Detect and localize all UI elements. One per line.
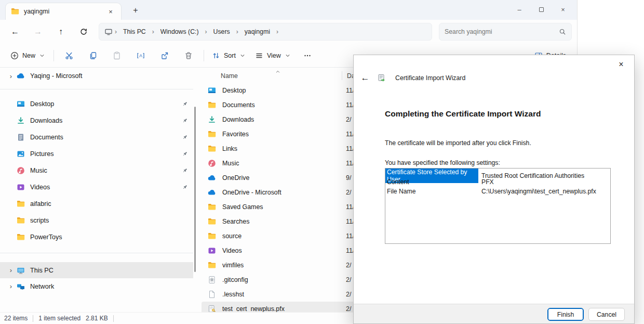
item-count: 22 items [4, 315, 28, 322]
sidebar-item-powertoys[interactable]: PowerToys [0, 229, 193, 245]
file-name: test_cert_newplus.pfx [222, 305, 285, 313]
explorer-tab[interactable]: yaqingmi × [5, 3, 122, 20]
sidebar-item-documents[interactable]: Documents [0, 129, 193, 146]
sidebar-item-label: Yaqing - Microsoft [30, 72, 83, 80]
more-options-button[interactable] [296, 47, 319, 64]
view-button-label: View [267, 52, 281, 59]
paste-button[interactable] [105, 47, 129, 64]
certificate-wizard-icon [378, 74, 386, 82]
column-divider[interactable] [342, 71, 342, 80]
file-date: 2/ [346, 291, 351, 298]
file-name: source [222, 232, 242, 240]
breadcrumb-users[interactable]: Users [209, 27, 234, 37]
sidebar-item-label: scripts [30, 217, 49, 224]
paste-icon [113, 51, 121, 60]
sidebar-item-videos[interactable]: Videos [0, 179, 193, 196]
sidebar-item-desktop[interactable]: Desktop [0, 96, 193, 112]
finish-button[interactable]: Finish [547, 308, 584, 321]
sidebar-item-network[interactable]: › Network [0, 278, 193, 294]
settings-row-content[interactable]: Content PFX [385, 178, 610, 187]
tab-close-icon[interactable]: × [105, 6, 116, 17]
chevron-right-icon[interactable]: › [5, 282, 17, 290]
dialog-title-row: ← Certificate Import Wizard [359, 72, 465, 84]
maximize-button[interactable] [530, 2, 552, 17]
file-icon [208, 290, 216, 299]
this-pc-icon [17, 266, 25, 275]
breadcrumb-this-pc[interactable]: This PC [119, 27, 150, 37]
copy-button[interactable] [81, 47, 105, 64]
chevron-right-icon[interactable]: › [5, 72, 17, 80]
refresh-button[interactable] [76, 24, 91, 40]
file-name: Searches [222, 218, 249, 225]
minimize-button[interactable]: – [508, 2, 530, 17]
folder-icon [17, 233, 25, 241]
dialog-close-icon[interactable]: × [613, 57, 629, 72]
file-name: OneDrive [222, 174, 249, 182]
sidebar-item-label: Network [30, 283, 54, 290]
sort-ascending-icon [275, 69, 281, 75]
desktop-icon [17, 100, 25, 108]
sidebar-item-onedrive-root[interactable]: › Yaqing - Microsoft [0, 68, 193, 84]
breadcrumb-separator: › [151, 28, 155, 35]
delete-button[interactable] [177, 47, 200, 64]
breadcrumb-windows-c[interactable]: Windows (C:) [156, 27, 203, 37]
new-button[interactable]: New [5, 47, 50, 64]
file-name: Favorites [222, 131, 249, 138]
breadcrumb-separator: › [204, 28, 208, 35]
view-button[interactable]: View [250, 47, 296, 64]
forward-button[interactable]: → [30, 24, 46, 40]
sidebar-item-pictures[interactable]: Pictures [0, 146, 193, 162]
search-icon[interactable] [559, 28, 566, 35]
back-button[interactable]: ← [7, 24, 23, 40]
sidebar-item-label: aifabric [30, 200, 51, 208]
file-name: Music [222, 160, 239, 167]
settings-row-store[interactable]: Certificate Store Selected by User Trust… [385, 169, 610, 178]
chevron-down-icon [285, 53, 291, 59]
sidebar-item-aifabric[interactable]: aifabric [0, 196, 193, 212]
chevron-right-icon[interactable]: › [5, 266, 17, 274]
downloads-icon [17, 116, 25, 125]
setting-label[interactable]: Content [385, 178, 478, 187]
folder-icon [208, 217, 216, 226]
breadcrumb-yaqingmi[interactable]: yaqingmi [240, 27, 274, 37]
search-box [439, 23, 572, 41]
sidebar-item-label: Documents [30, 134, 63, 141]
sidebar-item-label: PowerToys [30, 234, 62, 241]
onedrive-cloud-icon [208, 188, 216, 197]
folder-icon [208, 145, 216, 153]
share-button[interactable] [153, 47, 177, 64]
sidebar-scrollbar[interactable] [194, 107, 196, 272]
chevron-down-icon [39, 53, 45, 59]
sidebar-item-downloads[interactable]: Downloads [0, 112, 193, 129]
close-button[interactable]: × [552, 2, 574, 17]
settings-table[interactable]: Certificate Store Selected by User Trust… [385, 168, 611, 244]
file-date: 2/ [346, 276, 351, 283]
folder-icon [17, 200, 25, 208]
dialog-settings-heading: You have specified the following setting… [385, 159, 500, 166]
search-input[interactable] [445, 28, 559, 35]
file-date: 2/ [346, 116, 351, 123]
pin-icon [182, 184, 188, 190]
name-column-header[interactable]: Name [221, 72, 238, 80]
settings-row-file-name[interactable]: File Name C:\Users\yaqingmi\test_cert_ne… [385, 187, 610, 196]
new-tab-button[interactable]: + [129, 4, 142, 17]
cut-button[interactable] [57, 47, 81, 64]
pin-icon [182, 167, 188, 174]
up-button[interactable]: ↑ [53, 24, 69, 40]
setting-label[interactable]: File Name [385, 187, 478, 196]
sidebar-item-label: Downloads [30, 117, 62, 124]
file-name: OneDrive - Microsoft [222, 189, 281, 196]
sidebar-item-scripts[interactable]: scripts [0, 212, 193, 229]
dialog-title: Certificate Import Wizard [395, 74, 465, 82]
sort-icon [212, 51, 220, 60]
sidebar-item-music[interactable]: Music [0, 162, 193, 179]
rename-button[interactable] [129, 47, 153, 64]
new-button-label: New [22, 52, 35, 59]
selection-size: 2.81 KB [86, 315, 108, 322]
sort-button[interactable]: Sort [207, 47, 250, 64]
file-name: vimfiles [222, 262, 244, 269]
cancel-button[interactable]: Cancel [588, 308, 625, 321]
dialog-back-button[interactable]: ← [359, 72, 371, 84]
address-bar[interactable]: › This PC › Windows (C:) › Users › yaqin… [99, 23, 432, 41]
sidebar-item-this-pc[interactable]: › This PC [0, 262, 193, 278]
